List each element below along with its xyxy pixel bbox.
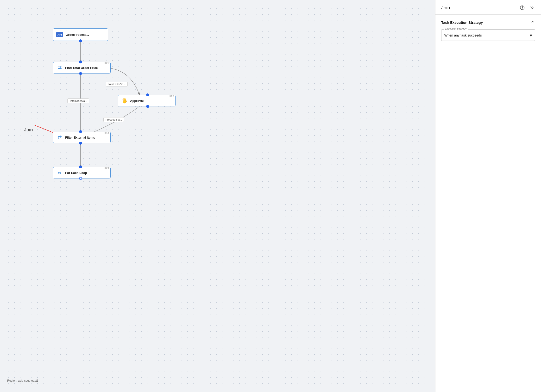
node4-label: For Each Loop (65, 171, 87, 175)
panel-section-strategy: Task Execution Strategy Execution strate… (435, 15, 541, 46)
dropdown-icon: ▾ (530, 32, 532, 38)
flow-canvas[interactable]: Join API OrderProcess... ID:1 ⇄ Find Tot… (0, 0, 435, 392)
node3-icon: ⇄ (56, 134, 63, 141)
node4-icon: ∞ (56, 169, 63, 176)
node3-label: Filter External Items (65, 136, 95, 139)
section-title: Task Execution Strategy (441, 20, 483, 24)
node2-icon: 🖐 (121, 97, 128, 104)
node2-input-dot (146, 93, 149, 96)
panel-header-icons (519, 4, 535, 11)
node4-input-dot (79, 165, 82, 168)
panel-header: Join (435, 0, 541, 15)
start-node[interactable]: API OrderProcess... (53, 28, 108, 41)
node-approval[interactable]: ID:2 🖐 Approval (118, 95, 176, 106)
node2-label: Approval (130, 99, 144, 103)
node3-id: ID:3 (105, 131, 109, 134)
node2-output-dot (146, 105, 149, 108)
node1-input-dot (79, 61, 82, 63)
node-loop[interactable]: ID:4 ∞ For Each Loop (53, 167, 111, 178)
flow-arrows (0, 0, 435, 392)
node3-output-dot (79, 142, 82, 145)
api-badge: API (56, 32, 63, 37)
execution-strategy-select[interactable]: When any task succeeds ▾ (444, 31, 532, 39)
section-header: Task Execution Strategy (441, 19, 535, 25)
node4-id: ID:4 (105, 167, 109, 169)
execution-strategy-field[interactable]: Execution strategy When any task succeed… (441, 29, 535, 41)
node1-icon: ⇄ (56, 64, 63, 71)
svg-point-6 (522, 9, 522, 9)
edge-label-3: Proceed if a... (103, 117, 124, 122)
panel-title: Join (441, 5, 450, 11)
region-label: Region: asia-southeast1 (7, 379, 38, 382)
collapse-panel-button[interactable] (528, 4, 535, 11)
execution-strategy-value: When any task succeeds (444, 33, 482, 37)
section-collapse-icon[interactable] (530, 19, 535, 25)
node-find-total[interactable]: ID:1 ⇄ Find Total Order Price (53, 62, 111, 74)
node1-output-dot (79, 72, 82, 75)
node2-id: ID:2 (170, 95, 174, 97)
node1-id: ID:1 (105, 62, 109, 64)
node4-output-dot (79, 177, 82, 180)
node3-input-dot (79, 130, 82, 133)
help-icon-button[interactable] (519, 4, 526, 11)
start-node-output-dot (79, 39, 82, 42)
execution-strategy-label: Execution strategy (444, 27, 468, 30)
right-panel: Join Task Execution Strategy (435, 0, 541, 392)
join-label: Join (24, 127, 33, 133)
edge-label-1: TotalOrderVa... (106, 82, 128, 86)
node1-label: Find Total Order Price (65, 66, 98, 70)
node-filter[interactable]: ID:3 ⇄ Filter External Items (53, 132, 111, 143)
edge-label-2: TotalOrderVa... (67, 98, 89, 103)
start-node-label: OrderProcess... (66, 33, 89, 37)
